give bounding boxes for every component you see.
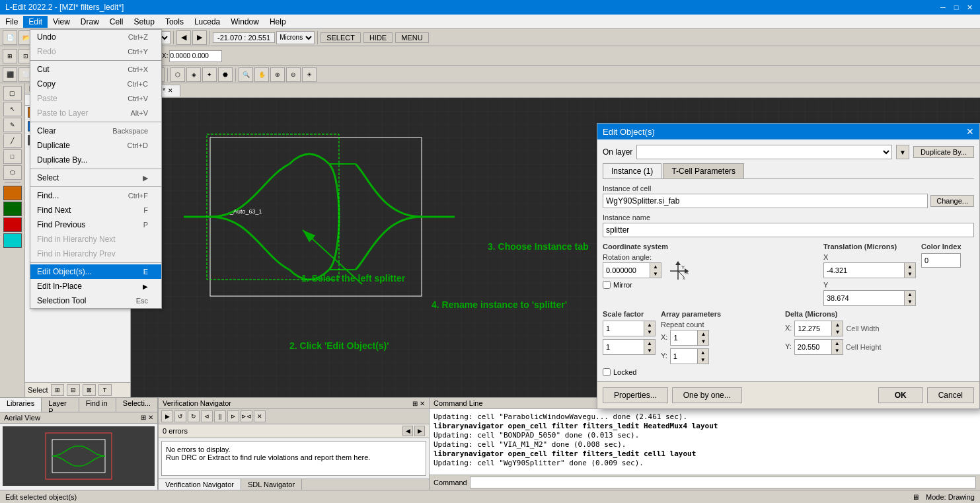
select-btn-2[interactable]: ⊟ xyxy=(67,384,80,396)
on-layer-options[interactable]: ▼ xyxy=(896,145,909,159)
menu-item-find[interactable]: Find...Ctrl+F xyxy=(30,188,161,203)
maximize-button[interactable]: □ xyxy=(951,2,961,13)
dy-up[interactable]: ▲ xyxy=(832,340,843,347)
tb3-pan[interactable]: ✋ xyxy=(254,67,269,82)
ry-up[interactable]: ▲ xyxy=(698,349,708,356)
menu-cell[interactable]: Cell xyxy=(104,16,129,28)
menu-item-clear[interactable]: ClearBackspace xyxy=(30,124,161,138)
color-m1[interactable] xyxy=(3,186,22,200)
menu-item-find-previous[interactable]: Find PreviousP xyxy=(30,217,161,232)
delta-x-input[interactable] xyxy=(795,321,831,336)
vt-pause[interactable]: || xyxy=(214,410,226,422)
tool-line[interactable]: ╱ xyxy=(3,134,22,148)
on-layer-dropdown[interactable] xyxy=(636,145,892,159)
menu-item-undo[interactable]: UndoCtrl+Z xyxy=(30,30,161,44)
select-btn-4[interactable]: T xyxy=(98,384,112,396)
tool-draw[interactable]: ✎ xyxy=(3,118,22,132)
menu-edit[interactable]: Edit xyxy=(23,16,48,28)
menu-item-edit-objects[interactable]: Edit Object(s)...E xyxy=(30,264,161,279)
menu-item-duplicate-by[interactable]: Duplicate By... xyxy=(30,153,161,167)
instance-name-input[interactable] xyxy=(603,223,974,237)
vt-next[interactable]: ⊳ xyxy=(227,410,239,422)
duplicate-by-button[interactable]: Duplicate By... xyxy=(913,146,974,158)
tool-rect[interactable]: □ xyxy=(3,149,22,164)
errors-next[interactable]: ▶ xyxy=(414,426,425,436)
instance-cell-input[interactable] xyxy=(603,194,928,208)
minimize-button[interactable]: ─ xyxy=(938,2,948,13)
sdl-nav-tab[interactable]: SDL Navigator xyxy=(241,479,302,490)
menu-help[interactable]: Help xyxy=(264,16,291,28)
dialog-close-button[interactable]: ✕ xyxy=(966,126,974,137)
tb3-1[interactable]: ⬛ xyxy=(3,67,17,82)
tab-layer-p[interactable]: Layer P... xyxy=(42,398,79,412)
vt-prev[interactable]: ⊲ xyxy=(201,410,213,422)
delta-y-input[interactable] xyxy=(795,340,831,354)
tb2-1[interactable]: ⊞ xyxy=(3,49,17,63)
repeat-x-input[interactable] xyxy=(671,330,697,345)
tb3-view-tools[interactable]: 🔍 xyxy=(239,67,253,82)
menu-item-copy[interactable]: CopyCtrl+C xyxy=(30,77,161,91)
scale-input-1[interactable] xyxy=(603,321,644,336)
scale-input-2[interactable] xyxy=(603,340,644,354)
menu-item-cut[interactable]: CutCtrl+X xyxy=(30,62,161,77)
menu-view[interactable]: View xyxy=(48,16,75,28)
properties-button[interactable]: Properties... xyxy=(603,387,668,403)
tb3-13[interactable]: ✦ xyxy=(202,67,217,82)
tab-selecti[interactable]: Selecti... xyxy=(116,398,158,412)
ry-down[interactable]: ▼ xyxy=(698,356,708,364)
tb3-12[interactable]: ◈ xyxy=(186,67,201,82)
tx-down[interactable]: ▼ xyxy=(905,270,915,278)
cancel-button[interactable]: Cancel xyxy=(927,387,974,403)
scale-down-2[interactable]: ▼ xyxy=(644,347,655,354)
errors-prev[interactable]: ◀ xyxy=(402,426,413,436)
ty-down[interactable]: ▼ xyxy=(905,298,915,305)
nav-left[interactable]: ◀ xyxy=(176,30,191,45)
tx-input[interactable] xyxy=(824,263,904,278)
menu-button[interactable]: MENU xyxy=(395,32,428,43)
tb3-zoom-out[interactable]: ⊖ xyxy=(286,67,301,82)
dy-down[interactable]: ▼ xyxy=(832,347,843,354)
scale-up-2[interactable]: ▲ xyxy=(644,340,655,347)
tb3-zoom-in[interactable]: ⊕ xyxy=(270,67,285,82)
menu-item-selection-tool[interactable]: Selection ToolEsc xyxy=(30,293,161,308)
scale-down-1[interactable]: ▼ xyxy=(644,329,655,336)
vt-back[interactable]: ↺ xyxy=(174,410,186,422)
rotation-input[interactable] xyxy=(603,263,650,278)
tool-poly[interactable]: ⬠ xyxy=(3,165,22,180)
menu-item-select[interactable]: Select▶ xyxy=(30,171,161,185)
vt-fwd[interactable]: ↻ xyxy=(188,410,200,422)
menu-window[interactable]: Window xyxy=(225,16,264,28)
ty-input[interactable] xyxy=(824,291,904,305)
select-btn-1[interactable]: ⊞ xyxy=(51,384,64,396)
select-btn-3[interactable]: ⊠ xyxy=(83,384,96,396)
tb3-14[interactable]: ⬣ xyxy=(218,67,233,82)
dx-down[interactable]: ▼ xyxy=(832,329,843,336)
tool-select[interactable]: ▢ xyxy=(3,86,22,100)
rotation-down[interactable]: ▼ xyxy=(650,270,661,278)
one-by-one-button[interactable]: One by one... xyxy=(672,387,742,403)
rx-up[interactable]: ▲ xyxy=(698,330,708,338)
tb3-sun[interactable]: ☀ xyxy=(302,67,317,82)
dialog-tab-tcell[interactable]: T-Cell Parameters xyxy=(663,163,744,178)
toolbar-new[interactable]: 📄 xyxy=(3,30,17,45)
color-index-input[interactable] xyxy=(921,253,961,268)
tab-libraries[interactable]: Libraries xyxy=(0,398,42,412)
repeat-y-input[interactable] xyxy=(671,349,697,364)
units-select[interactable]: Microns xyxy=(276,31,315,44)
ty-up[interactable]: ▲ xyxy=(905,291,915,298)
command-input[interactable] xyxy=(470,477,976,488)
close-button[interactable]: ✕ xyxy=(964,2,975,13)
menu-draw[interactable]: Draw xyxy=(75,16,104,28)
vt-nav-tab[interactable]: Verification Navigator xyxy=(159,479,241,490)
menu-setup[interactable]: Setup xyxy=(129,16,160,28)
select-button[interactable]: SELECT xyxy=(320,32,361,43)
nav-right[interactable]: ▶ xyxy=(192,30,207,45)
change-button[interactable]: Change... xyxy=(930,195,974,207)
tx-up[interactable]: ▲ xyxy=(905,263,915,270)
color-cyan[interactable] xyxy=(3,233,22,248)
menu-file[interactable]: File xyxy=(0,16,23,28)
rotation-up[interactable]: ▲ xyxy=(650,263,661,270)
scale-up-1[interactable]: ▲ xyxy=(644,321,655,329)
drawing-tab-close[interactable]: ✕ xyxy=(168,87,173,94)
color-red[interactable] xyxy=(3,217,22,232)
